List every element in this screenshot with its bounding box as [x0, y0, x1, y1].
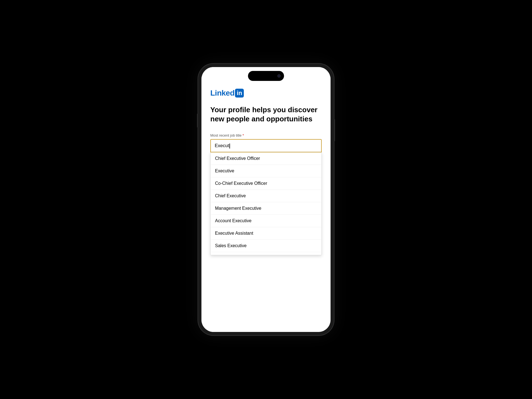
- page-heading: Your profile helps you discover new peop…: [210, 105, 322, 123]
- logo-box: in: [235, 89, 244, 98]
- linkedin-logo: Linked in: [210, 89, 322, 98]
- dropdown-item[interactable]: Executive Director: [211, 252, 321, 255]
- dropdown-item[interactable]: Chief Executive: [211, 190, 321, 202]
- job-title-input-wrapper: Execut Chief Executive OfficerExecutiveC…: [210, 139, 322, 255]
- dropdown-item[interactable]: Account Executive: [211, 215, 321, 227]
- text-cursor: [229, 144, 230, 149]
- phone-frame: Linked in Your profile helps you discove…: [198, 64, 334, 335]
- dropdown-item[interactable]: Executive Assistant: [211, 227, 321, 240]
- dropdown-item[interactable]: Management Executive: [211, 202, 321, 215]
- dropdown-item[interactable]: Sales Executive: [211, 240, 321, 252]
- job-title-input[interactable]: Execut: [210, 139, 322, 152]
- logo-text: Linked: [210, 89, 234, 98]
- dropdown-item[interactable]: Chief Executive Officer: [211, 152, 321, 165]
- dropdown-item[interactable]: Executive: [211, 165, 321, 177]
- dropdown-scroll[interactable]: Chief Executive OfficerExecutiveCo-Chief…: [211, 152, 321, 255]
- suggestions-dropdown: Chief Executive OfficerExecutiveCo-Chief…: [210, 152, 322, 255]
- dynamic-island: [248, 71, 284, 81]
- required-marker: *: [242, 133, 244, 137]
- camera-dot: [277, 74, 281, 78]
- screen-content: Linked in Your profile helps you discove…: [201, 67, 331, 332]
- dropdown-item[interactable]: Co-Chief Executive Officer: [211, 177, 321, 190]
- phone-screen: Linked in Your profile helps you discove…: [201, 67, 331, 332]
- field-label: Most recent job title *: [210, 133, 322, 137]
